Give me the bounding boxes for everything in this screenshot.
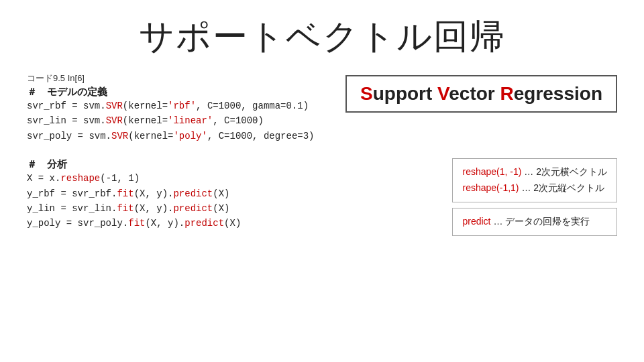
- content-area: コード9.5 In[6] ＃ モデルの定義 svr_rbf = svm.SVR(…: [27, 72, 617, 238]
- reshape-annotation: reshape(1, -1) … 2次元横ベクトル reshape(-1,1) …: [452, 158, 617, 202]
- code-line-4: X = x.reshape(-1, 1): [27, 171, 439, 186]
- svr-ector: ector: [449, 83, 500, 104]
- svr-s: S: [360, 83, 373, 104]
- section2-comment: ＃ 分析: [27, 158, 439, 171]
- code-line-2: svr_lin = svm.SVR(kernel='linear', C=100…: [27, 113, 345, 128]
- section1-comment: ＃ モデルの定義: [27, 86, 345, 99]
- code-line-3: svr_poly = svm.SVR(kernel='poly', C=1000…: [27, 129, 345, 143]
- top-section: コード9.5 In[6] ＃ モデルの定義 svr_rbf = svm.SVR(…: [27, 72, 617, 150]
- code-line-1: svr_rbf = svm.SVR(kernel='rbf', C=1000, …: [27, 99, 345, 113]
- section1-header: コード9.5 In[6]: [27, 72, 345, 84]
- code-line-7: y_poly = svr_poly.fit(X, y).predict(X): [27, 216, 439, 231]
- svr-r: R: [500, 83, 513, 104]
- reshape1-highlight: reshape(1, -1): [462, 166, 521, 177]
- section2-code: X = x.reshape(-1, 1) y_rbf = svr_rbf.fit…: [27, 171, 439, 231]
- code-line-5: y_rbf = svr_rbf.fit(X, y).predict(X): [27, 186, 439, 201]
- predict-highlight: predict: [462, 216, 490, 227]
- annotation-area: reshape(1, -1) … 2次元横ベクトル reshape(-1,1) …: [452, 158, 617, 235]
- code-line-6: y_lin = svr_lin.fit(X, y).predict(X): [27, 201, 439, 216]
- svr-box: Support Vector Regression: [345, 75, 617, 113]
- section1-code: svr_rbf = svm.SVR(kernel='rbf', C=1000, …: [27, 99, 345, 143]
- page-title: サポートベクトル回帰: [27, 13, 617, 60]
- reshape-line1: reshape(1, -1) … 2次元横ベクトル: [462, 164, 607, 180]
- bottom-section: ＃ 分析 X = x.reshape(-1, 1) y_rbf = svr_rb…: [27, 158, 617, 238]
- svr-egression: egression: [514, 83, 602, 104]
- section1: コード9.5 In[6] ＃ モデルの定義 svr_rbf = svm.SVR(…: [27, 72, 345, 150]
- reshape2-highlight: reshape(-1,1): [462, 182, 519, 193]
- svr-v: V: [437, 83, 449, 104]
- svr-upport: upport: [373, 83, 437, 104]
- section1-label: コード9.5 In[6]: [27, 73, 85, 83]
- predict-annotation: predict … データの回帰を実行: [452, 208, 617, 236]
- page: サポートベクトル回帰 コード9.5 In[6] ＃ モデルの定義 svr_rbf…: [0, 0, 644, 362]
- section2: ＃ 分析 X = x.reshape(-1, 1) y_rbf = svr_rb…: [27, 158, 439, 238]
- reshape-line2: reshape(-1,1) … 2次元縦ベクトル: [462, 180, 607, 196]
